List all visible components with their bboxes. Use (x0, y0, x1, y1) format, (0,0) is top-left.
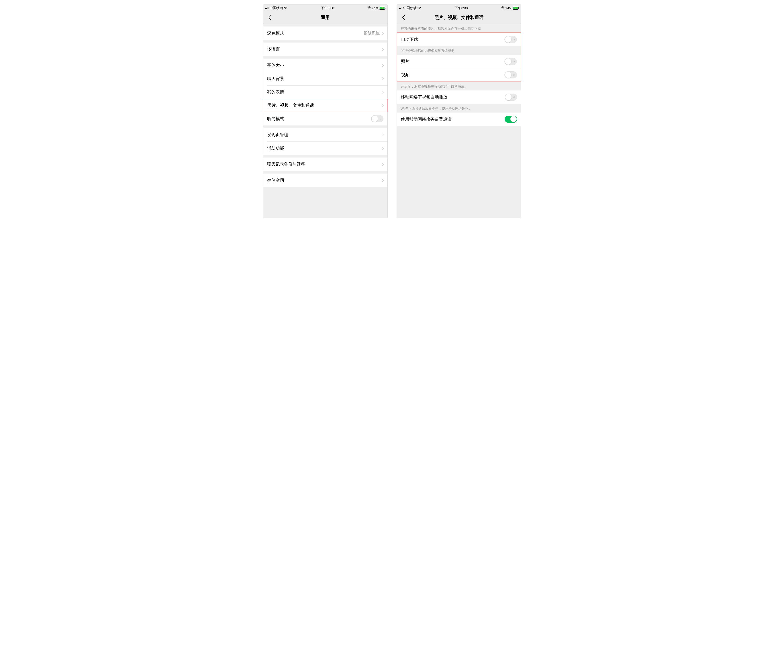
status-bar: 中国移动 下午3:38 94% ⚡ (263, 5, 387, 11)
row-improve-voice-cellular[interactable]: 使用移动网络改善语音通话 (397, 112, 521, 126)
battery-percent: 94% (505, 6, 512, 10)
settings-list: 深色模式 跟随系统 多语言 字体大小 聊天背景 我的表情 照片、视频、文件和通话 (263, 24, 387, 218)
chevron-right-icon (381, 147, 384, 150)
battery-icon: ⚡ (513, 7, 519, 9)
row-label: 视频 (401, 72, 409, 78)
highlighted-group: 自动下载 拍摄或编辑后的内容保存到系统相册 照片 视频 (397, 33, 521, 82)
row-chat-background[interactable]: 聊天背景 (263, 72, 387, 86)
row-label: 照片 (401, 59, 409, 64)
status-right: 94% ⚡ (501, 6, 519, 10)
auto-download-toggle[interactable] (504, 36, 517, 43)
status-bar: 中国移动 下午3:38 94% ⚡ (397, 5, 521, 11)
chevron-right-icon (381, 179, 384, 182)
chevron-right-icon (381, 64, 384, 67)
carrier-label: 中国移动 (403, 6, 417, 10)
improve-voice-toggle[interactable] (505, 116, 517, 123)
chevron-right-icon (381, 163, 384, 166)
status-time: 下午3:38 (454, 6, 468, 10)
signal-icon (265, 7, 269, 9)
status-time: 下午3:38 (321, 6, 334, 10)
row-label: 发现页管理 (267, 132, 288, 138)
row-dark-mode[interactable]: 深色模式 跟随系统 (263, 26, 387, 40)
row-photos-videos-files-calls[interactable]: 照片、视频、文件和通话 (263, 99, 387, 112)
chevron-right-icon (381, 91, 384, 93)
autoplay-toggle[interactable] (505, 93, 517, 101)
row-label: 深色模式 (267, 30, 284, 36)
chevron-right-icon (381, 48, 384, 51)
section-hint-auto-download: 在其他设备查看的照片、视频和文件在手机上自动下载 (397, 24, 521, 33)
nav-bar: 照片、视频、文件和通话 (397, 11, 521, 24)
row-accessibility[interactable]: 辅助功能 (263, 142, 387, 155)
row-autoplay-cellular[interactable]: 移动网络下视频自动播放 (397, 90, 521, 104)
status-right: 94% ⚡ (368, 6, 385, 10)
page-title: 通用 (263, 14, 387, 20)
chevron-right-icon (381, 104, 384, 107)
row-label: 聊天记录备份与迁移 (267, 161, 305, 167)
chevron-right-icon (381, 32, 384, 35)
row-save-videos[interactable]: 视频 (397, 68, 521, 82)
section-hint-autoplay: 开启后，朋友圈视频在移动网络下自动播放。 (397, 82, 521, 90)
row-label: 听筒模式 (267, 116, 284, 122)
row-label: 移动网络下视频自动播放 (401, 94, 447, 100)
battery-percent: 94% (372, 6, 378, 10)
row-font-size[interactable]: 字体大小 (263, 59, 387, 72)
row-chat-backup[interactable]: 聊天记录备份与迁移 (263, 157, 387, 171)
row-label: 聊天背景 (267, 76, 284, 82)
row-label: 我的表情 (267, 89, 284, 95)
wifi-icon (417, 6, 421, 10)
back-button[interactable] (399, 13, 408, 22)
row-label: 使用移动网络改善语音通话 (401, 116, 452, 122)
row-discover-manage[interactable]: 发现页管理 (263, 128, 387, 142)
signal-icon (399, 7, 402, 9)
section-hint-wifi-voice: Wi-Fi下语音通话质量不佳，使用移动网络改善。 (397, 104, 521, 112)
row-earpiece-mode[interactable]: 听筒模式 (263, 112, 387, 126)
save-videos-toggle[interactable] (504, 71, 517, 78)
row-storage[interactable]: 存储空间 (263, 174, 387, 187)
chevron-right-icon (381, 77, 384, 80)
row-auto-download[interactable]: 自动下载 (397, 33, 521, 46)
battery-icon: ⚡ (379, 7, 385, 9)
row-label: 字体大小 (267, 62, 284, 68)
svg-point-1 (502, 6, 504, 9)
row-label: 多语言 (267, 46, 280, 52)
save-photos-toggle[interactable] (504, 58, 517, 65)
row-label: 自动下载 (401, 37, 418, 42)
status-left: 中国移动 (265, 6, 288, 10)
orientation-lock-icon (501, 6, 504, 10)
row-my-stickers[interactable]: 我的表情 (263, 86, 387, 99)
orientation-lock-icon (368, 6, 371, 10)
row-save-photos[interactable]: 照片 (397, 55, 521, 68)
svg-point-0 (368, 6, 370, 9)
earpiece-toggle[interactable] (371, 115, 383, 122)
row-language[interactable]: 多语言 (263, 42, 387, 56)
chevron-right-icon (381, 134, 384, 136)
row-value: 跟随系统 (364, 31, 380, 36)
row-label: 照片、视频、文件和通话 (268, 103, 314, 108)
phone-screen-general: 中国移动 下午3:38 94% ⚡ 通用 深色模式 跟随系统 (263, 5, 388, 218)
row-label: 辅助功能 (267, 145, 284, 151)
nav-bar: 通用 (263, 11, 387, 24)
page-title: 照片、视频、文件和通话 (397, 14, 521, 20)
carrier-label: 中国移动 (269, 6, 283, 10)
back-button[interactable] (265, 13, 274, 22)
settings-list: 在其他设备查看的照片、视频和文件在手机上自动下载 自动下载 拍摄或编辑后的内容保… (397, 24, 521, 218)
status-left: 中国移动 (399, 6, 421, 10)
row-label: 存储空间 (267, 177, 284, 183)
section-hint-save-to-album: 拍摄或编辑后的内容保存到系统相册 (397, 46, 521, 55)
phone-screen-media-settings: 中国移动 下午3:38 94% ⚡ 照片、视频、文件和通话 在其他设备查看的照片… (397, 5, 521, 218)
wifi-icon (284, 6, 288, 10)
